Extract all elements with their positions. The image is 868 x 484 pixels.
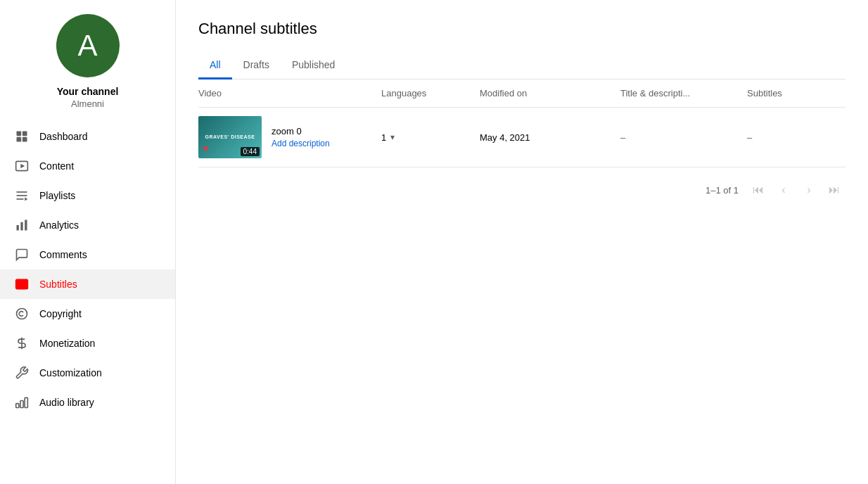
- tabs-bar: All Drafts Published: [198, 52, 845, 79]
- svg-rect-20: [20, 401, 23, 408]
- avatar: A: [56, 14, 120, 77]
- table-header: Video Languages Modified on Title & desc…: [198, 79, 845, 108]
- svg-rect-19: [16, 404, 19, 408]
- video-duration: 0:44: [241, 147, 260, 156]
- svg-rect-15: [22, 284, 27, 285]
- title-desc-value: –: [620, 132, 747, 143]
- customization-icon: [14, 365, 30, 381]
- monetization-icon: [14, 336, 30, 351]
- col-title-desc: Title & descripti...: [620, 88, 747, 98]
- table-row: GRAVES' DISEASE ♥ 0:44 zoom 0 Add descri…: [198, 108, 845, 167]
- tab-drafts[interactable]: Drafts: [232, 52, 281, 79]
- svg-rect-3: [23, 137, 27, 142]
- svg-rect-14: [17, 284, 20, 285]
- comments-icon: [14, 247, 30, 262]
- pagination-prev-button[interactable]: ‹: [772, 179, 795, 201]
- sidebar-item-playlists[interactable]: Playlists: [0, 181, 175, 210]
- sidebar-item-label: Playlists: [39, 190, 75, 201]
- content-icon: [14, 158, 30, 174]
- svg-rect-2: [17, 137, 22, 142]
- sidebar-item-label: Subtitles: [39, 279, 77, 290]
- pagination-info: 1–1 of 1: [706, 185, 739, 196]
- col-video: Video: [198, 88, 381, 98]
- nav-list: Dashboard Content Playlists Analytics: [0, 122, 175, 417]
- subtitles-icon: [14, 276, 30, 292]
- video-cell: GRAVES' DISEASE ♥ 0:44 zoom 0 Add descri…: [198, 116, 381, 158]
- sidebar-item-label: Copyright: [39, 308, 82, 319]
- modified-date: May 4, 2021: [480, 132, 620, 143]
- dashboard-icon: [14, 129, 30, 144]
- sidebar-item-dashboard[interactable]: Dashboard: [0, 122, 175, 151]
- page-title: Channel subtitles: [198, 20, 845, 38]
- pagination-first-button[interactable]: ⏮: [747, 179, 770, 201]
- svg-marker-9: [25, 198, 27, 201]
- pagination-next-button[interactable]: ›: [798, 179, 820, 201]
- sidebar-item-label: Comments: [39, 249, 87, 260]
- svg-rect-11: [20, 222, 23, 231]
- sidebar-item-subtitles[interactable]: Subtitles: [0, 269, 175, 299]
- languages-dropdown-icon[interactable]: ▾: [390, 132, 395, 142]
- tab-all[interactable]: All: [198, 52, 232, 79]
- sidebar-item-label: Customization: [39, 367, 102, 378]
- sidebar-item-monetization[interactable]: Monetization: [0, 329, 175, 358]
- sidebar: A Your channel Almenni Dashboard Content…: [0, 0, 176, 484]
- sidebar-item-customization[interactable]: Customization: [0, 358, 175, 388]
- svg-rect-12: [25, 220, 27, 231]
- video-title: zoom 0: [272, 126, 330, 136]
- channel-handle: Almenni: [71, 98, 104, 109]
- svg-rect-21: [25, 397, 27, 407]
- svg-rect-10: [17, 225, 19, 231]
- pagination-last-button[interactable]: ⏭: [823, 179, 845, 201]
- thumbnail-label: GRAVES' DISEASE: [204, 132, 257, 141]
- sidebar-item-audio-library[interactable]: Audio library: [0, 388, 175, 417]
- sidebar-item-label: Audio library: [39, 397, 94, 408]
- sidebar-item-label: Monetization: [39, 338, 95, 349]
- add-description-link[interactable]: Add description: [272, 139, 330, 148]
- svg-rect-16: [17, 286, 23, 288]
- main-content: Channel subtitles All Drafts Published V…: [176, 0, 868, 484]
- sidebar-item-analytics[interactable]: Analytics: [0, 210, 175, 240]
- sidebar-item-label: Content: [39, 160, 74, 172]
- subtitles-table: Video Languages Modified on Title & desc…: [198, 79, 845, 167]
- col-modified: Modified on: [480, 88, 620, 98]
- svg-marker-5: [20, 164, 25, 169]
- video-info: zoom 0 Add description: [272, 126, 330, 148]
- avatar-letter: A: [77, 29, 97, 63]
- subtitles-value: –: [747, 132, 845, 143]
- tab-published[interactable]: Published: [281, 52, 347, 79]
- analytics-icon: [14, 217, 30, 233]
- copyright-icon: [14, 306, 30, 321]
- pagination: 1–1 of 1 ⏮ ‹ › ⏭: [198, 167, 845, 201]
- col-subtitles: Subtitles: [747, 88, 845, 98]
- languages-cell: 1 ▾: [381, 132, 480, 143]
- svg-point-17: [17, 309, 27, 319]
- channel-name: Your channel: [57, 86, 119, 97]
- col-languages: Languages: [381, 88, 480, 98]
- svg-rect-1: [23, 132, 27, 136]
- playlists-icon: [14, 188, 30, 203]
- video-thumbnail[interactable]: GRAVES' DISEASE ♥ 0:44: [198, 116, 262, 158]
- languages-count: 1: [381, 132, 386, 143]
- heart-icon: ♥: [203, 143, 208, 154]
- sidebar-item-content[interactable]: Content: [0, 151, 175, 181]
- sidebar-item-label: Dashboard: [39, 131, 88, 142]
- sidebar-item-comments[interactable]: Comments: [0, 240, 175, 269]
- svg-rect-0: [17, 132, 22, 136]
- sidebar-item-label: Analytics: [39, 219, 79, 231]
- audio-library-icon: [14, 395, 30, 410]
- sidebar-item-copyright[interactable]: Copyright: [0, 299, 175, 329]
